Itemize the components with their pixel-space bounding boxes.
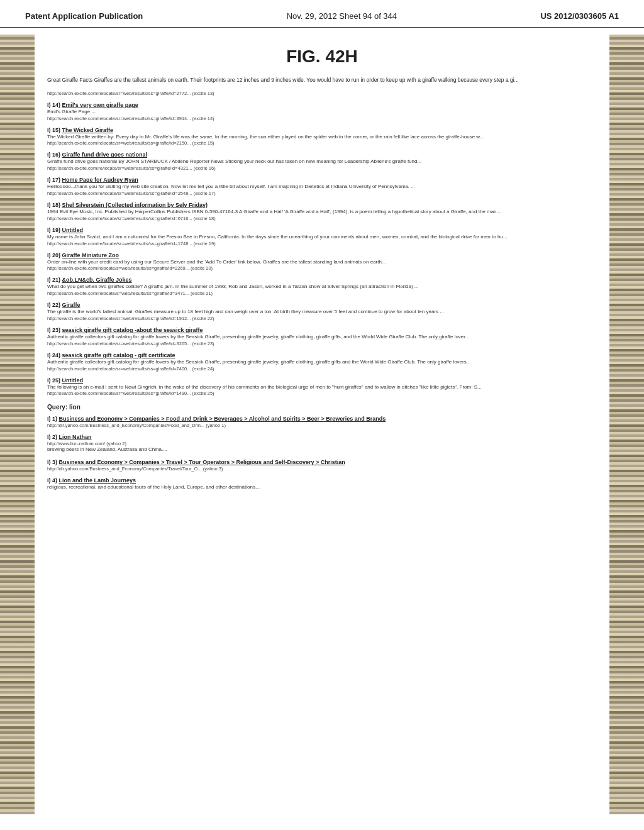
result-title: I) 18) Shel Silverstein (Collected infor… — [47, 202, 597, 208]
result-desc: 1994 Evil Eye Music, Inc. Published by H… — [47, 209, 597, 216]
list-item: I) 19) UntitledMy name is John Scalzi, a… — [47, 227, 597, 246]
result-url: http://search.excite.com/relocate/sr=web… — [47, 341, 597, 346]
result-title: I) 16) Giraffe fund drive goes national — [47, 152, 597, 158]
list-item: I) 14) Emil's very own giraffe pageEmil'… — [47, 102, 597, 121]
result-url: http://dir.yahoo.com/Business_and_Econom… — [47, 466, 597, 472]
result-url: http://search.excite.com/relocate/sr=web… — [47, 140, 597, 146]
result-desc: Giraffe fund drive goes national By JOHN… — [47, 158, 597, 165]
result-desc: The following is an e-mail I sent to New… — [47, 384, 597, 391]
list-item: I) 1) Business and Economy > Companies >… — [47, 416, 597, 428]
result-url: http://search.excite.com/re/locate/sr=we… — [47, 216, 597, 221]
list-item: I) 24) seasick giraffe gift catalog - gi… — [47, 352, 597, 372]
lion-results-list: I) 1) Business and Economy > Companies >… — [47, 416, 597, 491]
result-title: I) 25) Untitled — [47, 377, 597, 384]
patent-number: US 2012/0303605 A1 — [540, 11, 619, 21]
result-desc: brewing beers in New Zealand, Australia … — [47, 446, 597, 453]
intro-url: http://search.excite.com/relocate/sr=web… — [47, 91, 597, 96]
result-title: I) 14) Emil's very own giraffe page — [47, 102, 597, 108]
result-desc: The giraffe is the world's tallest anima… — [47, 309, 597, 316]
page-container: Patent Application Publication Nov. 29, … — [0, 0, 644, 830]
result-desc: religious, recreational, and educational… — [47, 484, 597, 491]
result-url: http://search.excite.com/relocate/sr=web… — [47, 390, 597, 396]
list-item: I) 23) seasick giraffe gift catalog -abo… — [47, 327, 597, 346]
result-title: I) 3) Business and Economy > Companies >… — [47, 459, 597, 465]
list-item: I) 21) &ob.LN&cb. Giraffe JokesWhat do y… — [47, 277, 597, 296]
list-item: I) 2) Lion Nathanhttp://www.lion-nathan.… — [47, 434, 597, 453]
result-title: I) 22) Giraffe — [47, 302, 597, 308]
result-title: I) 19) Untitled — [47, 227, 597, 233]
result-title: I) 2) Lion Nathan — [47, 434, 597, 440]
result-url: http://dir.yahoo.com/Business_and_Econom… — [47, 423, 597, 428]
result-url: http://search.excite.com/relocate/s=web/… — [47, 265, 597, 271]
list-item: I) 25) UntitledThe following is an e-mai… — [47, 377, 597, 397]
page-header: Patent Application Publication Nov. 29, … — [0, 0, 644, 28]
list-item: I) 17) Home Page for Audrey RyanHelllooo… — [47, 177, 597, 196]
intro-text: Great Giraffe Facts Giraffes are the tal… — [47, 77, 597, 84]
result-url: http://search.excite.com/re/locate/sr=we… — [47, 241, 597, 246]
result-url: http://search.excite.com/relocate/sr=web… — [47, 316, 597, 321]
result-url: http://www.lion-nathan.com/ (yahoo 2) — [47, 441, 597, 446]
list-item: I) 3) Business and Economy > Companies >… — [47, 459, 597, 472]
result-url: http://search.excite.com/relocate/sr=web… — [47, 116, 597, 121]
list-item: I) 15) The Wicked GiraffeThe Wicked Gira… — [47, 127, 597, 147]
result-title: I) 24) seasick giraffe gift catalog - gi… — [47, 352, 597, 358]
left-decorative-strip — [0, 35, 35, 814]
result-url: http://search.excite.com/re/locate/sr=we… — [47, 165, 597, 171]
query-label: Query: lion — [47, 404, 597, 411]
intro-result: Great Giraffe Facts Giraffes are the tal… — [47, 77, 597, 96]
result-desc: What do you get when two giraffes collid… — [47, 284, 597, 290]
result-url: http://search.excite.com/relocate/s=web/… — [47, 290, 597, 296]
list-item: I) 4) Lion and the Lamb Journeysreligiou… — [47, 477, 597, 491]
main-content: FIG. 42H Great Giraffe Facts Giraffes ar… — [41, 28, 603, 503]
result-title: I) 1) Business and Economy > Companies >… — [47, 416, 597, 422]
list-item: I) 16) Giraffe fund drive goes nationalG… — [47, 152, 597, 171]
result-desc: Helllooooo...thank you for visiting my w… — [47, 184, 597, 191]
result-title: I) 15) The Wicked Giraffe — [47, 127, 597, 133]
result-desc: My name is John Scalzi, and I am a colum… — [47, 234, 597, 241]
figure-title: FIG. 42H — [47, 47, 597, 67]
list-item: I) 20) Giraffe Miniature ZooOrder on-lin… — [47, 252, 597, 272]
result-desc: The Wicked Giraffe written by: Every day… — [47, 134, 597, 141]
publication-title: Patent Application Publication — [25, 11, 143, 21]
result-title: I) 23) seasick giraffe gift catalog -abo… — [47, 327, 597, 333]
result-url: http://search.excite.com/re/locate/sr=we… — [47, 191, 597, 196]
result-title: I) 17) Home Page for Audrey Ryan — [47, 177, 597, 183]
sheet-info: Nov. 29, 2012 Sheet 94 of 344 — [287, 11, 397, 21]
right-decorative-strip — [609, 35, 644, 814]
result-desc: Authentic giraffe collectors gift catalo… — [47, 359, 597, 366]
list-item: I) 18) Shel Silverstein (Collected infor… — [47, 202, 597, 221]
giraffe-results-list: I) 14) Emil's very own giraffe pageEmil'… — [47, 102, 597, 397]
list-item: I) 22) GiraffeThe giraffe is the world's… — [47, 302, 597, 321]
result-title: I) 4) Lion and the Lamb Journeys — [47, 477, 597, 484]
result-title: I) 21) &ob.LN&cb. Giraffe Jokes — [47, 277, 597, 283]
result-desc: Order on-line with your credit card by u… — [47, 259, 597, 266]
result-url: http://search.excite.com/relocate/sr=web… — [47, 366, 597, 372]
result-desc: Authentic giraffe collectors gift catalo… — [47, 334, 597, 341]
result-subtitle: Emil's Giraffe Page ... — [47, 109, 597, 116]
result-title: I) 20) Giraffe Miniature Zoo — [47, 252, 597, 258]
